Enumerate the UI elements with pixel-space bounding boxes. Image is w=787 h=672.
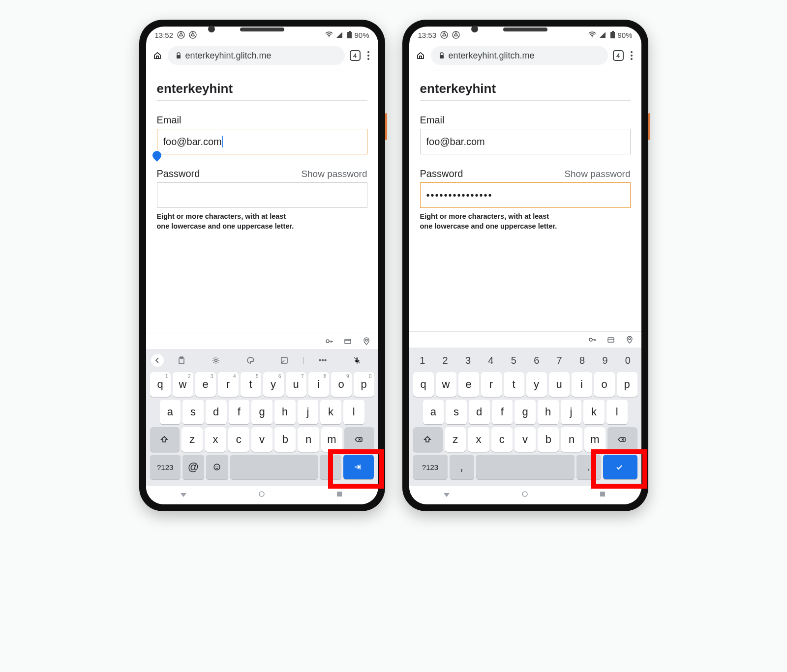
mic-off-icon[interactable]: [341, 356, 373, 364]
period-key[interactable]: .: [320, 455, 341, 479]
key-s[interactable]: s: [446, 400, 467, 424]
palette-icon[interactable]: [234, 356, 267, 364]
address-bar[interactable]: enterkeyhint.glitch.me: [431, 46, 608, 65]
key-x[interactable]: x: [205, 427, 226, 452]
gear-icon[interactable]: [200, 356, 232, 364]
password-field[interactable]: [157, 182, 367, 208]
numkey-5[interactable]: 5: [502, 352, 525, 369]
numkey-1[interactable]: 1: [411, 352, 434, 369]
key-d[interactable]: d: [469, 400, 490, 424]
emoji-key[interactable]: [206, 455, 228, 479]
numkey-6[interactable]: 6: [525, 352, 548, 369]
key-n[interactable]: n: [298, 427, 319, 452]
spacebar[interactable]: [230, 455, 318, 479]
email-field[interactable]: foo@bar.com: [420, 129, 631, 154]
key-icon[interactable]: [588, 336, 597, 344]
key-a[interactable]: a: [423, 400, 444, 424]
key-i[interactable]: i8: [308, 372, 329, 397]
chevron-left-icon[interactable]: [151, 354, 164, 367]
key-i[interactable]: i: [572, 372, 592, 397]
at-key[interactable]: @: [182, 455, 204, 479]
key-r[interactable]: r: [481, 372, 502, 397]
key-g[interactable]: g: [251, 400, 272, 424]
key-u[interactable]: u: [549, 372, 570, 397]
key-p[interactable]: p: [617, 372, 637, 397]
key-a[interactable]: a: [160, 400, 181, 424]
show-password-toggle[interactable]: Show password: [301, 169, 367, 179]
nav-back-icon[interactable]: [443, 491, 453, 499]
key-z[interactable]: z: [445, 427, 466, 452]
key-w[interactable]: w2: [173, 372, 193, 397]
nav-home-icon[interactable]: [521, 490, 529, 500]
key-j[interactable]: j: [561, 400, 582, 424]
key-m[interactable]: m: [584, 427, 605, 452]
key-icon[interactable]: [325, 337, 334, 345]
pin-icon[interactable]: [626, 336, 634, 344]
backspace-key[interactable]: [607, 427, 637, 452]
spacebar[interactable]: [476, 455, 575, 479]
key-l[interactable]: l: [606, 400, 628, 424]
cursor-handle[interactable]: [151, 149, 163, 161]
symbols-key[interactable]: ?123: [413, 455, 448, 479]
period-key[interactable]: .: [576, 455, 601, 479]
tab-switcher[interactable]: 4: [350, 50, 361, 61]
card-icon[interactable]: [607, 336, 616, 344]
shift-key[interactable]: [150, 427, 180, 452]
home-icon[interactable]: [416, 51, 426, 60]
email-field[interactable]: foo@bar.com: [157, 129, 367, 154]
key-v[interactable]: v: [515, 427, 536, 452]
overflow-menu-icon[interactable]: [365, 51, 371, 60]
clipboard-icon[interactable]: [166, 356, 198, 364]
comma-key[interactable]: ,: [450, 455, 474, 479]
card-icon[interactable]: [344, 337, 353, 345]
nav-home-icon[interactable]: [258, 490, 266, 500]
key-e[interactable]: e3: [195, 372, 216, 397]
key-m[interactable]: m: [321, 427, 342, 452]
key-b[interactable]: b: [274, 427, 296, 452]
onehand-icon[interactable]: [268, 356, 301, 364]
key-z[interactable]: z: [182, 427, 203, 452]
more-icon[interactable]: •••: [306, 356, 339, 365]
key-k[interactable]: k: [583, 400, 605, 424]
key-y[interactable]: y6: [263, 372, 284, 397]
key-u[interactable]: u7: [286, 372, 306, 397]
show-password-toggle[interactable]: Show password: [564, 169, 630, 179]
key-t[interactable]: t5: [241, 372, 261, 397]
key-t[interactable]: t: [504, 372, 524, 397]
enter-key-done[interactable]: [603, 455, 637, 479]
numkey-2[interactable]: 2: [434, 352, 456, 369]
key-s[interactable]: s: [182, 400, 204, 424]
key-g[interactable]: g: [515, 400, 536, 424]
home-icon[interactable]: [153, 51, 163, 60]
shift-key[interactable]: [413, 427, 443, 452]
key-r[interactable]: r4: [218, 372, 239, 397]
nav-recents-icon[interactable]: [335, 490, 343, 500]
key-x[interactable]: x: [468, 427, 489, 452]
password-field[interactable]: •••••••••••••••: [420, 182, 631, 208]
key-y[interactable]: y: [526, 372, 547, 397]
key-n[interactable]: n: [561, 427, 582, 452]
key-e[interactable]: e: [458, 372, 479, 397]
symbols-key[interactable]: ?123: [150, 455, 181, 479]
numkey-3[interactable]: 3: [456, 352, 479, 369]
numkey-9[interactable]: 9: [594, 352, 616, 369]
key-v[interactable]: v: [251, 427, 272, 452]
key-q[interactable]: q1: [150, 372, 171, 397]
nav-recents-icon[interactable]: [599, 490, 606, 500]
key-k[interactable]: k: [320, 400, 341, 424]
key-h[interactable]: h: [538, 400, 559, 424]
numkey-0[interactable]: 0: [616, 352, 639, 369]
overflow-menu-icon[interactable]: [629, 51, 635, 60]
key-f[interactable]: f: [229, 400, 250, 424]
address-bar[interactable]: enterkeyhint.glitch.me: [168, 46, 345, 65]
key-c[interactable]: c: [491, 427, 513, 452]
numkey-7[interactable]: 7: [548, 352, 571, 369]
key-p[interactable]: p0: [354, 372, 374, 397]
tab-switcher[interactable]: 4: [613, 50, 624, 61]
key-q[interactable]: q: [413, 372, 434, 397]
key-c[interactable]: c: [228, 427, 249, 452]
key-o[interactable]: o: [594, 372, 615, 397]
key-f[interactable]: f: [492, 400, 513, 424]
key-j[interactable]: j: [298, 400, 319, 424]
key-h[interactable]: h: [274, 400, 296, 424]
